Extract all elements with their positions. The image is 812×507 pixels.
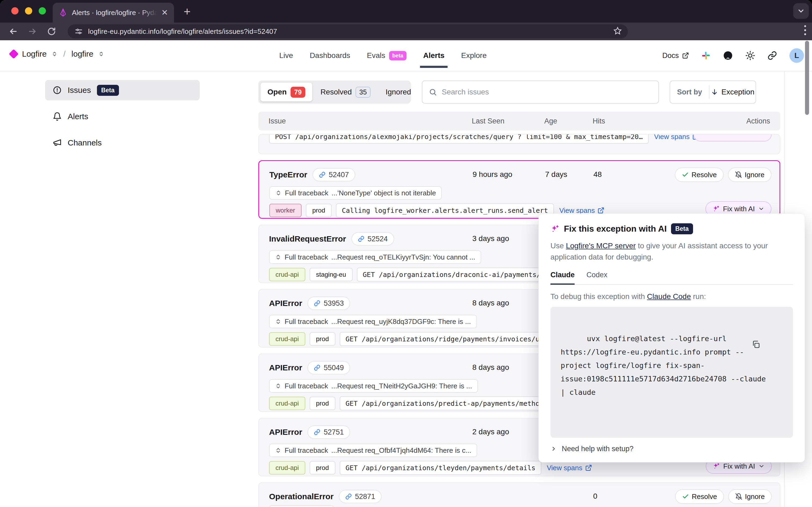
stage-tag[interactable]: prod (306, 204, 332, 217)
ignore-button[interactable]: Ignore (728, 167, 771, 182)
tab-search-button[interactable] (793, 3, 809, 19)
site-settings-icon[interactable] (75, 27, 83, 36)
org-selector[interactable]: Logfire (22, 49, 47, 58)
traceback-pill[interactable]: Full traceback ...'NoneType' object is n… (269, 186, 442, 200)
filter-bar: Open 79 Resolved 35 Ignored Sort by (258, 80, 780, 104)
tab-claude[interactable]: Claude (550, 271, 575, 285)
traceback-summary: ...'NoneType' object is not iterable (332, 189, 436, 197)
env-tag[interactable]: crud-api (269, 461, 305, 474)
view-spans-link[interactable]: View spans (654, 134, 700, 141)
issue-id-pill[interactable]: 52871 (339, 490, 382, 503)
issue-id-pill[interactable]: 52407 (313, 168, 355, 181)
sparkles-icon (550, 224, 559, 233)
copy-button[interactable] (752, 313, 787, 376)
issue-id-pill[interactable]: 52751 (308, 426, 350, 439)
theme-toggle-sun-icon[interactable] (745, 51, 755, 60)
nav-alerts[interactable]: Alerts (423, 51, 444, 60)
last-seen-value: 8 days ago (472, 299, 509, 307)
search-input[interactable] (442, 88, 652, 96)
traceback-pill[interactable]: Full traceback ...Request req_TNeitH2yGa… (269, 379, 478, 393)
window-controls[interactable] (11, 7, 46, 14)
resolve-button[interactable]: Resolve (675, 489, 724, 504)
link-icon (319, 171, 325, 178)
share-link-icon[interactable] (767, 51, 777, 60)
zoom-window-button[interactable] (39, 7, 46, 14)
request-pill[interactable]: Calling logfire_worker.alerts.alert_runs… (336, 204, 554, 217)
header-actions: Docs L (662, 40, 804, 71)
request-pill[interactable]: GET /api/organizations/predict-ap/paymen… (340, 396, 554, 410)
issue-id-pill[interactable]: 53953 (308, 296, 350, 310)
search-box[interactable] (422, 80, 659, 104)
resolve-button[interactable]: Resolve (675, 167, 724, 182)
new-tab-button[interactable]: + (184, 5, 191, 18)
project-selector[interactable]: logfire (71, 49, 94, 58)
bookmark-star[interactable] (613, 26, 622, 35)
sidebar: Issues Beta Alerts Channels (45, 80, 200, 159)
user-avatar[interactable]: L (790, 48, 804, 63)
issue-id-pill[interactable]: 52524 (351, 232, 394, 245)
request-pill[interactable]: POST /api/organizations/alexmojaki/proje… (269, 134, 649, 144)
nav-explore[interactable]: Explore (461, 51, 487, 60)
chevrons-updown-icon[interactable] (98, 51, 104, 57)
nav-evals[interactable]: Evals beta (367, 51, 407, 60)
env-tag[interactable]: crud-api (269, 268, 305, 281)
chevrons-updown-icon[interactable] (52, 51, 57, 57)
nav-dashboards[interactable]: Dashboards (310, 51, 350, 60)
filter-ignored[interactable]: Ignored (379, 83, 418, 102)
url-bar[interactable]: logfire-eu.pydantic.info/logfire/logfire… (68, 24, 628, 38)
stage-tag[interactable]: staging-eu (310, 268, 353, 281)
env-tag[interactable]: worker (269, 204, 302, 217)
sidebar-item-issues[interactable]: Issues Beta (45, 80, 200, 100)
command-code-block[interactable]: uvx logfire@latest --logfire-url https:/… (550, 307, 793, 438)
issue-title: APIError (269, 299, 302, 308)
request-pill[interactable]: GET /api/organizations/tleyden/payments/… (340, 461, 541, 475)
issue-row-operationalerror[interactable]: OperationalError 52871 0 Resolve Ignore (258, 482, 780, 507)
close-window-button[interactable] (11, 7, 18, 14)
traceback-pill[interactable]: Full traceback ...Request req_uyjK8dq37D… (269, 315, 477, 328)
setup-help-toggle[interactable]: Need help with setup? (550, 445, 793, 453)
nav-live[interactable]: Live (279, 51, 293, 60)
sidebar-item-alerts[interactable]: Alerts (45, 106, 200, 127)
fix-with-ai-button[interactable] (693, 134, 772, 142)
reload-icon[interactable] (47, 27, 56, 36)
mcp-server-link[interactable]: Logfire's MCP server (566, 241, 636, 250)
filter-resolved[interactable]: Resolved 35 (313, 83, 378, 102)
env-tag[interactable]: crud-api (269, 397, 305, 410)
slack-icon[interactable] (701, 51, 710, 60)
stage-tag[interactable]: prod (310, 461, 335, 474)
traceback-pill[interactable]: Full traceback ...Request req_Ofbf4Tjqh4… (269, 444, 477, 457)
docs-link[interactable]: Docs (662, 52, 689, 60)
chevron-down-icon (797, 7, 805, 15)
tab-close-icon[interactable]: ✕ (161, 9, 168, 17)
browser-window: Alerts · logfire/logfire · Pydant ✕ + lo… (0, 0, 812, 507)
external-link-icon (585, 464, 592, 471)
filter-open[interactable]: Open 79 (261, 83, 312, 102)
issue-row-partial[interactable]: POST /api/organizations/alexmojaki/proje… (258, 134, 780, 154)
env-tag[interactable]: crud-api (269, 332, 305, 346)
bell-off-icon (735, 493, 742, 500)
back-icon[interactable] (9, 27, 18, 36)
tab-codex[interactable]: Codex (586, 271, 607, 284)
sort-value[interactable]: Exception (709, 88, 756, 96)
issue-row-typeerror[interactable]: TypeError 52407 9 hours ago 7 days 48 Re… (258, 160, 780, 219)
browser-tab[interactable]: Alerts · logfire/logfire · Pydant ✕ (53, 3, 174, 22)
claude-code-link[interactable]: Claude Code (647, 292, 691, 300)
traceback-pill[interactable]: Full traceback ...Request req_oTELKiyyrT… (269, 250, 481, 264)
view-spans-link[interactable]: View spans (547, 464, 592, 472)
issue-alert-icon (53, 86, 62, 95)
forward-icon[interactable] (28, 27, 37, 36)
github-icon[interactable] (723, 50, 733, 61)
stage-tag[interactable]: prod (310, 397, 335, 410)
scrollbar-thumb[interactable] (805, 41, 809, 115)
stage-tag[interactable]: prod (310, 332, 335, 346)
ignore-button[interactable]: Ignore (728, 489, 772, 504)
issue-id-pill[interactable]: 55049 (308, 361, 350, 375)
sidebar-item-channels[interactable]: Channels (45, 132, 200, 153)
popover-title: Fix this exception with AI (564, 224, 667, 234)
minimize-window-button[interactable] (25, 7, 32, 14)
browser-menu-icon[interactable] (804, 25, 806, 35)
search-icon (429, 88, 437, 96)
traceback-pill[interactable]: Full traceback (269, 505, 334, 507)
sort-control[interactable]: Sort by Exception (670, 80, 756, 104)
traceback-summary: ...Request req_oTELKiyyrTvSjn: You canno… (331, 253, 475, 262)
